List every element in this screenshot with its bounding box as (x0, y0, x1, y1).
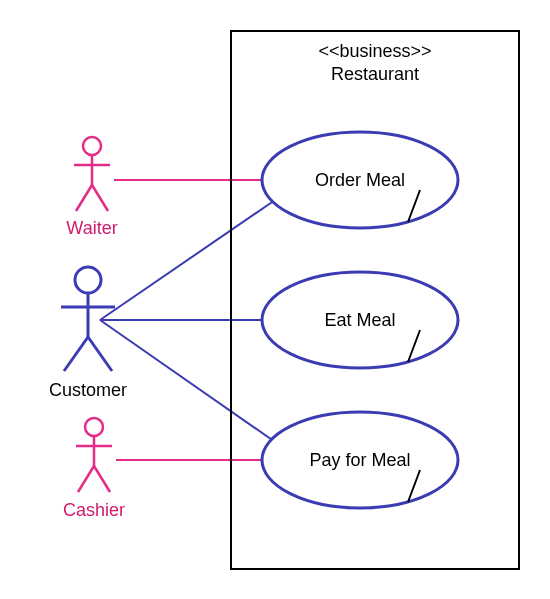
usecase-order: Order Meal (260, 130, 460, 230)
svg-point-2 (262, 272, 458, 368)
svg-line-15 (88, 337, 112, 371)
svg-point-11 (75, 267, 101, 293)
actor-waiter-label: Waiter (22, 218, 162, 239)
actor-cashier-label: Cashier (24, 500, 164, 521)
system-stereotype: <<business>> (232, 40, 518, 63)
svg-point-0 (262, 132, 458, 228)
stick-figure-icon (56, 265, 120, 375)
use-case-diagram: <<business>> Restaurant Order Meal Eat M… (0, 0, 550, 599)
svg-line-19 (78, 466, 94, 492)
svg-point-4 (262, 412, 458, 508)
svg-line-20 (94, 466, 110, 492)
svg-line-14 (64, 337, 88, 371)
svg-point-6 (83, 137, 101, 155)
actor-waiter (70, 135, 114, 213)
actor-customer-label: Customer (18, 380, 158, 401)
svg-line-9 (76, 185, 92, 211)
svg-point-16 (85, 418, 103, 436)
svg-line-10 (92, 185, 108, 211)
system-name: Restaurant (232, 63, 518, 86)
usecase-pay: Pay for Meal (260, 410, 460, 510)
actor-cashier (72, 416, 116, 494)
stick-figure-icon (70, 135, 114, 213)
actor-customer (56, 265, 120, 375)
stick-figure-icon (72, 416, 116, 494)
usecase-eat: Eat Meal (260, 270, 460, 370)
system-title: <<business>> Restaurant (232, 40, 518, 87)
